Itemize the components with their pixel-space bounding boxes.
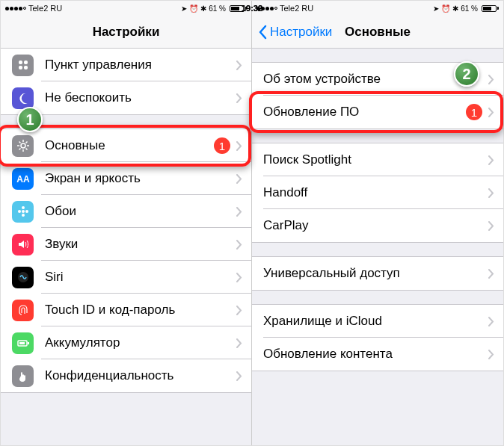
chevron-icon	[488, 108, 494, 117]
moon-icon	[12, 87, 34, 109]
svg-point-9	[18, 210, 21, 213]
chevron-icon	[488, 75, 494, 84]
row-item[interactable]: Обновление ПО1	[252, 96, 503, 128]
row-finger[interactable]: Touch ID и код-пароль	[1, 294, 251, 326]
row-label: Конфиденциальность	[45, 368, 236, 383]
badge: 1	[214, 137, 230, 154]
settings-list[interactable]: Пункт управленияНе беспокоитьОсновные1AA…	[1, 49, 251, 445]
carrier: Tele2 RU	[280, 4, 313, 13]
nav-bar: Настройки Основные	[252, 16, 503, 49]
row-label: Siri	[45, 270, 236, 285]
status-bar: Tele2 RU 19:32 ➤ ⏰ ✱ 61 %	[252, 1, 503, 16]
row-label: Обновление ПО	[263, 105, 466, 120]
svg-point-10	[25, 210, 28, 213]
row-hand[interactable]: Конфиденциальность	[1, 359, 251, 392]
svg-point-8	[22, 214, 25, 217]
flower-icon	[12, 201, 34, 223]
row-speaker[interactable]: Звуки	[1, 228, 251, 261]
row-label: Touch ID и код-пароль	[45, 303, 236, 318]
alarm-icon: ⏰	[189, 4, 198, 13]
row-label: Обои	[45, 204, 236, 219]
svg-rect-0	[19, 61, 22, 64]
chevron-icon	[236, 273, 242, 282]
status-bar: Tele2 RU 19:32 ➤ ⏰ ✱ 61 %	[1, 1, 251, 16]
clock: 19:32	[252, 4, 262, 13]
svg-point-4	[21, 143, 25, 148]
gear-icon	[12, 135, 34, 157]
battery-icon	[480, 5, 499, 12]
chevron-icon	[488, 221, 494, 231]
speaker-icon	[12, 234, 34, 255]
page-title: Основные	[345, 25, 411, 40]
chevron-icon	[236, 240, 242, 250]
row-label: Хранилище и iCloud	[263, 314, 488, 329]
siri-icon	[12, 267, 34, 288]
row-item[interactable]: Handoff	[252, 176, 503, 209]
row-label: Handoff	[263, 185, 488, 200]
row-label: Не беспокоить	[45, 90, 236, 105]
row-control[interactable]: Пункт управления	[1, 49, 251, 81]
chevron-icon	[488, 317, 494, 326]
row-label: Экран и яркость	[45, 171, 236, 186]
aa-icon: AA	[12, 168, 34, 190]
nav-arrow-icon: ➤	[181, 4, 187, 13]
page-title: Настройки	[93, 25, 160, 40]
annotation-marker-1: 1	[17, 107, 43, 132]
row-label: Универсальный доступ	[263, 266, 488, 281]
svg-point-7	[22, 206, 25, 209]
svg-rect-2	[19, 66, 22, 69]
chevron-icon	[236, 371, 242, 381]
row-label: Обновление контента	[263, 347, 488, 362]
svg-point-6	[22, 210, 25, 213]
chevron-icon	[236, 93, 242, 103]
svg-rect-14	[19, 342, 25, 344]
chevron-icon	[236, 174, 242, 184]
alarm-icon: ⏰	[441, 4, 450, 13]
nav-bar: Настройки	[1, 16, 251, 49]
row-label: CarPlay	[263, 218, 488, 233]
row-item[interactable]: Обновление контента	[252, 338, 503, 371]
finger-icon	[12, 300, 34, 321]
row-item[interactable]: Поиск Spotlight	[252, 143, 503, 176]
bluetooth-icon: ✱	[452, 4, 458, 13]
row-label: Аккумулятор	[45, 335, 236, 350]
row-item[interactable]: Хранилище и iCloud	[252, 305, 503, 338]
svg-text:AA: AA	[16, 174, 30, 185]
chevron-icon	[236, 61, 242, 70]
battery-pct: 61 %	[461, 4, 478, 13]
chevron-icon	[236, 207, 242, 217]
battery-icon	[12, 332, 34, 354]
chevron-icon	[236, 306, 242, 315]
svg-rect-3	[24, 66, 28, 69]
row-label: Звуки	[45, 237, 236, 252]
battery-pct: 61 %	[209, 4, 226, 13]
row-item[interactable]: CarPlay	[252, 209, 503, 242]
row-battery[interactable]: Аккумулятор	[1, 326, 251, 359]
bluetooth-icon: ✱	[200, 4, 206, 13]
back-button[interactable]: Настройки	[258, 25, 332, 40]
chevron-icon	[236, 141, 242, 151]
control-icon	[12, 55, 34, 76]
chevron-icon	[488, 350, 494, 359]
row-label: Пункт управления	[45, 58, 236, 72]
row-item[interactable]: Универсальный доступ	[252, 257, 503, 290]
chevron-icon	[236, 338, 242, 348]
row-gear[interactable]: Основные1	[1, 129, 251, 162]
carrier: Tele2 RU	[28, 4, 62, 13]
hand-icon	[12, 365, 34, 387]
general-list[interactable]: Об этом устройствеОбновление ПО1Поиск Sp…	[252, 49, 503, 445]
annotation-marker-2: 2	[454, 61, 479, 87]
badge: 1	[466, 104, 482, 120]
svg-rect-1	[24, 61, 28, 64]
row-label: Основные	[45, 138, 214, 153]
chevron-icon	[488, 155, 494, 165]
row-aa[interactable]: AAЭкран и яркость	[1, 162, 251, 195]
back-label: Настройки	[270, 25, 332, 40]
row-label: Поиск Spotlight	[263, 152, 488, 167]
row-flower[interactable]: Обои	[1, 195, 251, 228]
chevron-icon	[488, 188, 494, 198]
row-siri[interactable]: Siri	[1, 261, 251, 294]
svg-rect-13	[28, 342, 29, 344]
nav-arrow-icon: ➤	[433, 4, 439, 13]
chevron-icon	[488, 269, 494, 279]
